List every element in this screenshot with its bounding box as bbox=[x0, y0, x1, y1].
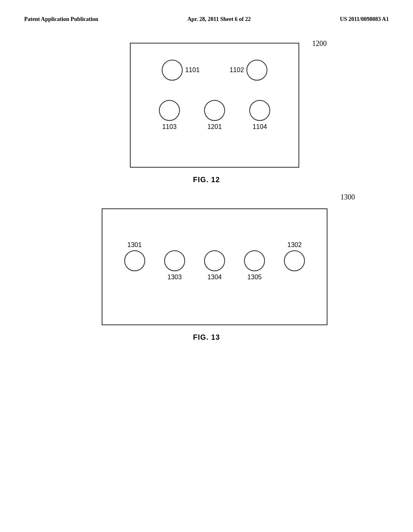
circle-1102 bbox=[246, 60, 267, 81]
fig12-row1: 1101 1102 bbox=[131, 60, 298, 81]
circle-1103 bbox=[159, 100, 180, 121]
fig13-caption: FIG. 13 bbox=[193, 333, 220, 342]
fig12-item-1104: 1104 bbox=[249, 100, 270, 131]
header-right: US 2011/0098083 A1 bbox=[340, 16, 389, 23]
circle-1304 bbox=[204, 250, 225, 271]
circle-1302 bbox=[284, 250, 305, 271]
fig12-row2: 1103 1201 1104 bbox=[131, 100, 298, 131]
label-1101: 1101 bbox=[185, 66, 200, 74]
fig13-outer-label: 1300 bbox=[340, 193, 355, 202]
header-center: Apr. 28, 2011 Sheet 6 of 22 bbox=[187, 16, 250, 23]
fig12-caption: FIG. 12 bbox=[193, 176, 220, 184]
circle-1104 bbox=[249, 100, 270, 121]
fig12-wrapper: 1200 1101 1102 1103 bbox=[130, 43, 299, 168]
fig13-box: 1300 1301 x 1303 bbox=[102, 208, 327, 325]
circle-1101 bbox=[162, 60, 183, 81]
fig13-section: 1300 1301 x 1303 bbox=[24, 208, 389, 342]
fig12-outer-label: 1200 bbox=[312, 39, 327, 48]
fig13-item-1305: x 1305 bbox=[244, 241, 265, 281]
label-1104: 1104 bbox=[252, 123, 267, 131]
fig12-item-1103: 1103 bbox=[159, 100, 180, 131]
label-1303: 1303 bbox=[167, 274, 182, 281]
page-header: Patent Application Publication Apr. 28, … bbox=[24, 16, 389, 23]
fig12-section: 1200 1101 1102 1103 bbox=[24, 43, 389, 184]
fig13-wrapper: 1300 1301 x 1303 bbox=[102, 208, 327, 325]
label-1305: 1305 bbox=[247, 274, 262, 281]
page: Patent Application Publication Apr. 28, … bbox=[0, 0, 413, 532]
fig13-item-1301: 1301 bbox=[124, 241, 145, 271]
header-left: Patent Application Publication bbox=[24, 16, 98, 23]
label-1302-above: 1302 bbox=[288, 241, 302, 249]
label-1201: 1201 bbox=[207, 123, 222, 131]
circle-1305 bbox=[244, 250, 265, 271]
label-1304: 1304 bbox=[207, 274, 222, 281]
fig12-item-1201: 1201 bbox=[204, 100, 225, 131]
fig13-item-1303: x 1303 bbox=[164, 241, 185, 281]
label-1102: 1102 bbox=[229, 66, 244, 74]
fig12-item-1101: 1101 bbox=[162, 60, 200, 81]
fig12-item-1102: 1102 bbox=[229, 60, 267, 81]
fig13-item-1302: 1302 bbox=[284, 241, 305, 271]
circle-1301 bbox=[124, 250, 145, 271]
label-1301-above: 1301 bbox=[127, 241, 142, 249]
label-1103: 1103 bbox=[162, 123, 177, 131]
fig13-row: 1301 x 1303 x 1304 bbox=[102, 241, 327, 281]
fig12-box: 1200 1101 1102 1103 bbox=[130, 43, 299, 168]
fig13-item-1304: x 1304 bbox=[204, 241, 225, 281]
circle-1303 bbox=[164, 250, 185, 271]
circle-1201 bbox=[204, 100, 225, 121]
